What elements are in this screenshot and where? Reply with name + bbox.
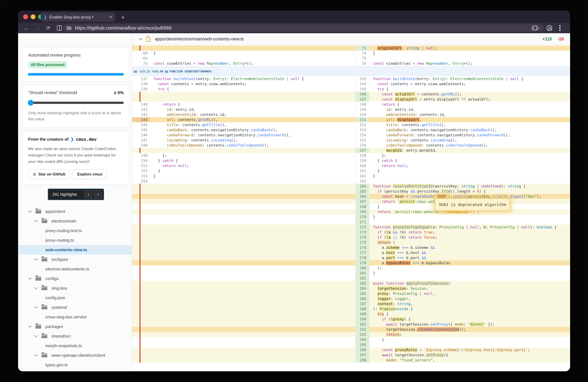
tree-folder-shared-src[interactable]: shared/src bbox=[22, 331, 129, 341]
diff-row[interactable]: 138 const contents = entry.view.webConte… bbox=[132, 81, 570, 86]
chevron-down-icon[interactable] bbox=[34, 286, 38, 289]
diff-row[interactable]: 177 a.host === b.host && bbox=[132, 250, 570, 255]
tree-file-cmux-sing-box-service[interactable]: cmux-sing-box.service bbox=[22, 312, 129, 322]
chevron-down-icon[interactable] bbox=[34, 334, 38, 338]
diff-row[interactable]: 6975 bbox=[132, 56, 570, 61]
diff-row[interactable]: 175 return ( bbox=[132, 240, 570, 245]
diff-row[interactable]: 147 const displayUrl = entry.displayUrl … bbox=[132, 97, 570, 102]
tree-file-morph-snapshots-ts[interactable]: morph-snapshots.ts bbox=[22, 341, 129, 351]
diff-row[interactable]: 146 const actualUrl = contents.getURL(); bbox=[132, 92, 570, 97]
address-bar[interactable]: https://0github.com/manaflow-ai/cmux/pul… bbox=[63, 24, 544, 32]
star-on-github-button[interactable]: ☆ Star on GitHub bbox=[28, 169, 70, 179]
diff-row[interactable]: 194 } bbox=[132, 337, 570, 342]
tree-file-web-contents-view-ts[interactable]: web-contents-view.ts bbox=[18, 245, 132, 255]
diff-row[interactable]: 148 isDevToolsOpened: contents.isDevTool… bbox=[132, 143, 570, 148]
diff-row[interactable]: 147 isLoading: contents.isLoading(),155 … bbox=[132, 138, 570, 143]
diff-row[interactable]: 183async function applyProxyToSession( bbox=[132, 281, 570, 286]
diff-row[interactable]: 153}162} bbox=[132, 173, 570, 179]
diff-row[interactable]: 188): Promise<void> { bbox=[132, 306, 570, 312]
diff-row[interactable]: 178 a.port === b.port && bbox=[132, 255, 570, 260]
diff-row[interactable]: 142 webContentsId: contents.id,150 webCo… bbox=[132, 112, 570, 117]
diff-row[interactable]: 157 morphId: entry.morphId, bbox=[132, 148, 570, 153]
back-icon[interactable]: ← bbox=[24, 25, 29, 31]
browser-tab[interactable]: ❯ Enable Sing-box proxy f ✕ bbox=[41, 12, 115, 22]
diff-row[interactable]: 197 await targetSession.setProxy({ bbox=[132, 352, 570, 358]
site-settings-icon[interactable] bbox=[67, 26, 71, 30]
diff-row[interactable]: 165 if (persistKey && persistKey.trim().… bbox=[132, 189, 570, 194]
diff-row[interactable]: 143 url: contents.getURL(),151 url: disp… bbox=[132, 117, 570, 122]
new-tab-button[interactable]: + bbox=[121, 14, 125, 21]
tree-file-types-gen-ts[interactable]: types.gen.ts bbox=[22, 360, 129, 370]
diff-row[interactable]: 173 if (!a && !b) return true; bbox=[132, 230, 570, 235]
chevron-down-icon[interactable] bbox=[28, 209, 32, 213]
diff-row[interactable]: 151 return null;160 return null; bbox=[132, 163, 570, 168]
diff-row[interactable]: 149 };158 }; bbox=[132, 153, 570, 158]
diff-row[interactable]: 189 try { bbox=[132, 312, 570, 317]
slider-thumb[interactable] bbox=[28, 100, 34, 106]
diff-row[interactable]: 170} bbox=[132, 214, 570, 219]
tree-file-electron-webcontents-ts[interactable]: electron-webcontents.ts bbox=[22, 264, 129, 274]
diff-body[interactable]: 73 originalUrl: string | null;68}74}6975… bbox=[132, 45, 570, 371]
diff-row[interactable]: 150 } catch {159 } catch { bbox=[132, 158, 570, 163]
reload-icon[interactable]: ⟳ bbox=[46, 25, 50, 31]
diff-row[interactable]: 184 targetSession: Session, bbox=[132, 286, 570, 291]
diff-row[interactable]: 182 bbox=[132, 276, 570, 281]
tree-folder-electron-main[interactable]: electron/main bbox=[22, 216, 129, 226]
tree-folder-www-openapi-client-src-client[interactable]: www-openapi-client/src/client bbox=[22, 351, 129, 360]
chevron-down-icon[interactable] bbox=[34, 353, 38, 357]
diff-row[interactable]: 73 originalUrl: string | null; bbox=[132, 45, 570, 51]
diff-row[interactable]: 164function resolvePartitionId(persistKe… bbox=[132, 184, 570, 189]
tree-file-proxy-routing-ts[interactable]: proxy-routing.ts bbox=[22, 235, 129, 245]
close-window-button[interactable] bbox=[23, 14, 28, 19]
forward-icon[interactable]: → bbox=[35, 25, 41, 31]
diff-row[interactable]: 146 canGoForward: contents.navigationHis… bbox=[132, 132, 570, 138]
diff-row[interactable]: 141 id: entry.id,149 id: entry.id, bbox=[132, 107, 570, 112]
chevron-down-icon[interactable] bbox=[34, 305, 38, 309]
diff-row[interactable]: 140 return {148 return { bbox=[132, 102, 570, 107]
profile-icon[interactable] bbox=[546, 25, 552, 31]
diff-row[interactable]: 154163 bbox=[132, 179, 570, 184]
extensions-icon[interactable] bbox=[533, 25, 537, 30]
diff-row[interactable]: 195 bbox=[132, 342, 570, 347]
diff-row[interactable]: 198 mode: "fixed_servers", bbox=[132, 358, 570, 363]
tree-folder-apps-client[interactable]: apps/client bbox=[22, 207, 129, 216]
diff-row[interactable]: 171 bbox=[132, 219, 570, 225]
diff-row[interactable]: 196 const proxyRules = `${proxy.scheme}:… bbox=[132, 347, 570, 352]
threshold-slider[interactable] bbox=[28, 102, 124, 104]
tree-folder-src-types[interactable]: src/types bbox=[22, 255, 129, 264]
diff-row[interactable]: 180 ); bbox=[132, 265, 570, 271]
diff-row[interactable]: 172function proxyConfigsEqual(a: ProxyCo… bbox=[132, 225, 570, 230]
diff-row[interactable]: 176 a.scheme === b.scheme && bbox=[132, 245, 570, 250]
chevron-down-icon[interactable] bbox=[28, 324, 32, 328]
tab-close-icon[interactable]: ✕ bbox=[109, 15, 112, 19]
diff-row[interactable]: 185 proxy: ProxyConfig | null, bbox=[132, 291, 570, 296]
diff-row[interactable]: 70const viewEntries = new Map<number, En… bbox=[132, 61, 570, 66]
diff-row[interactable]: 145 canGoBack: contents.navigationHistor… bbox=[132, 127, 570, 132]
tree-folder-packages[interactable]: packages bbox=[22, 322, 129, 331]
minimize-window-button[interactable] bbox=[31, 14, 36, 19]
menu-icon[interactable]: ••• bbox=[559, 25, 561, 31]
tree-folder-configs[interactable]: configs bbox=[22, 274, 129, 283]
diff-row[interactable]: 139 try {145 try { bbox=[132, 86, 570, 92]
cmux-brand-link[interactable]: cmux.dev bbox=[76, 137, 97, 142]
chevron-down-icon[interactable] bbox=[28, 276, 32, 280]
url-text[interactable]: https://0github.com/manaflow-ai/cmux/pul… bbox=[75, 25, 172, 31]
diff-row[interactable]: 187 context: string, bbox=[132, 301, 570, 306]
diff-row[interactable]: 193 return; bbox=[132, 332, 570, 337]
diff-row[interactable]: 152 }161 } bbox=[132, 168, 570, 173]
diff-row[interactable]: 186 logger: Logger, bbox=[132, 296, 570, 301]
collapse-file-icon[interactable] bbox=[139, 37, 142, 40]
diff-row[interactable]: 179 a.bypassRules === b.bypassRules bbox=[132, 260, 570, 265]
chevron-down-icon[interactable] bbox=[34, 257, 38, 261]
prev-highlight-button[interactable]: ‹ bbox=[84, 190, 92, 198]
explore-cmux-button[interactable]: Explore cmux bbox=[73, 169, 107, 179]
sidebar-toggle-icon[interactable] bbox=[57, 25, 62, 31]
diff-row[interactable]: 137function buildState(entry: Entry): El… bbox=[132, 76, 570, 81]
diff-row[interactable]: 191 await targetSession.setProxy({ mode:… bbox=[132, 322, 570, 327]
diff-row[interactable]: 174 if (!a || !b) return false; bbox=[132, 235, 570, 240]
diff-row[interactable]: 144 title: contents.getTitle(),152 title… bbox=[132, 122, 570, 127]
diff-row[interactable]: 181} bbox=[132, 271, 570, 276]
diff-row[interactable]: 68}74} bbox=[132, 51, 570, 56]
tree-folder-sing-box[interactable]: sing-box bbox=[22, 283, 129, 293]
chevron-down-icon[interactable] bbox=[34, 219, 38, 222]
